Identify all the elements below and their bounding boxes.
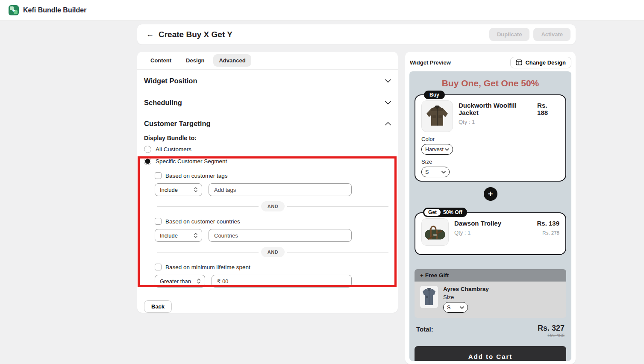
page-title: Create Buy X Get Y [159,30,232,39]
jacket-product-image [421,100,453,132]
customer-targeting-title: Customer Targeting [144,120,211,128]
and-divider: AND [155,201,391,211]
radio-label: All Customers [156,146,191,153]
checkbox-label: Based on minimum lifetime spent [165,264,250,270]
select-value: Greater than [160,278,191,285]
free-gift-size-label: Size [443,294,489,300]
free-gift-section: + Free Gift Ayres Chambray Size S [415,269,566,318]
widget-preview: Buy One, Get One 50% Buy Duckworth Woolf… [409,71,571,361]
buy-product-price: Rs. 188 [537,102,559,116]
chevron-down-icon [385,79,391,83]
chevron-down-icon [445,148,449,151]
change-design-button[interactable]: Change Design [510,57,571,68]
widget-preview-label: Widget Preview [409,59,451,66]
page: + Kefi Bundle Builder ← Create Buy X Get… [0,0,644,364]
duplicate-button[interactable]: Duplicate [489,28,530,41]
app-logo-icon: + [9,5,19,15]
section-customer-targeting[interactable]: Customer Targeting [144,113,391,134]
trolley-product-image [421,218,449,246]
select-updown-icon [197,278,201,284]
page-header: ← Create Buy X Get Y Duplicate Activate [137,24,576,44]
select-updown-icon [194,232,198,238]
countries-input[interactable] [209,229,352,242]
total-label: Total: [416,324,433,341]
get-product-card: Get 50% Off Dawson Trolley Rs. 139 Qty :… [415,212,566,255]
preview-header: Widget Preview Change Design [409,56,571,69]
radio-option-all-customers[interactable]: All Customers [144,143,391,155]
tab-advanced[interactable]: Advanced [213,54,251,67]
get-product-qty: Qty : 1 [454,229,471,236]
get-product-name: Dawson Trolley [454,220,501,227]
criterion-countries[interactable]: Based on customer countries [155,217,391,226]
size-value: S [425,169,429,175]
customer-targeting-body: Display Bundle to: All Customers Specifi… [137,135,398,320]
checkbox-label: Based on customer tags [165,173,228,179]
offer-badge-label: 50% Off [443,209,462,215]
select-value: Include [160,187,178,193]
select-updown-icon [194,187,198,193]
segment-criteria: Based on customer tags Include AND [155,171,391,288]
widget-preview-panel: Widget Preview Change Design Buy One, Ge… [405,52,576,364]
checkbox-icon[interactable] [155,172,162,179]
free-gift-body: Ayres Chambray Size S [415,282,566,318]
widget-position-title: Widget Position [144,77,197,85]
radio-option-specific-segment[interactable]: Specific Customer Segment [144,155,391,167]
tab-bar: Content Design Advanced [137,52,398,70]
tab-design[interactable]: Design [180,54,210,67]
add-product-button[interactable]: + [484,187,497,201]
widget-headline: Buy One, Get One 50% [415,78,566,88]
section-widget-position[interactable]: Widget Position [144,70,391,92]
scheduling-title: Scheduling [144,99,182,107]
buy-product-card: Buy Duckworth Woolfill Jacket Rs. 188 Qt… [415,94,566,182]
free-gift-header: + Free Gift [415,269,566,282]
accordion: Widget Position Scheduling Customer Targ… [137,70,398,134]
greater-than-select[interactable]: Greater than [155,275,205,288]
free-gift-size-value: S [447,305,450,311]
and-divider: AND [155,247,391,257]
countries-include-select[interactable]: Include [155,229,202,242]
add-tags-input[interactable] [209,183,352,196]
checkbox-icon[interactable] [155,264,162,270]
app-title: Kefi Bundle Builder [23,6,86,14]
chevron-up-icon [385,122,391,126]
settings-panel: Content Design Advanced Widget Position … [137,52,398,313]
layout-icon [516,59,522,65]
shirt-product-image [420,286,438,308]
get-product-original-price: Rs. 278 [542,230,559,235]
size-select[interactable]: S [421,167,450,177]
get-badge-label: Get [424,209,441,216]
buy-badge: Buy [424,91,445,99]
and-label: AND [261,247,285,257]
checkbox-label: Based on customer countries [165,218,240,225]
criterion-tags-controls: Include [155,183,391,196]
display-bundle-label: Display Bundle to: [144,135,391,143]
color-select[interactable]: Harvest [421,144,453,155]
size-label: Size [421,159,559,165]
criterion-countries-controls: Include [155,229,391,242]
activate-button[interactable]: Activate [533,28,570,41]
buy-product-name: Duckworth Woolfill Jacket [459,102,537,116]
radio-label: Specific Customer Segment [156,158,227,164]
get-product-price: Rs. 139 [537,220,559,227]
section-scheduling[interactable]: Scheduling [144,92,391,113]
tab-content[interactable]: Content [145,54,177,67]
chevron-down-icon [441,171,446,173]
radio-selected-icon[interactable] [144,158,151,165]
criterion-tags[interactable]: Based on customer tags [155,171,391,180]
color-label: Color [421,136,559,142]
back-arrow-icon[interactable]: ← [144,29,156,41]
add-to-cart-button[interactable]: Add to Cart [415,346,566,361]
chevron-down-icon [460,306,464,309]
amount-input[interactable] [212,275,352,288]
checkbox-icon[interactable] [155,218,162,225]
free-gift-size-select[interactable]: S [443,302,468,313]
back-button[interactable]: Back [144,300,172,313]
radio-unselected-icon[interactable] [144,146,151,153]
criterion-lifetime-spent[interactable]: Based on minimum lifetime spent [155,262,391,272]
tags-include-select[interactable]: Include [155,183,202,196]
free-gift-name: Ayres Chambray [443,286,489,292]
get-offer-badge: Get 50% Off [423,208,467,217]
buy-product-qty: Qty : 1 [459,119,559,125]
color-value: Harvest [425,147,444,153]
header-actions: Duplicate Activate [489,28,570,41]
